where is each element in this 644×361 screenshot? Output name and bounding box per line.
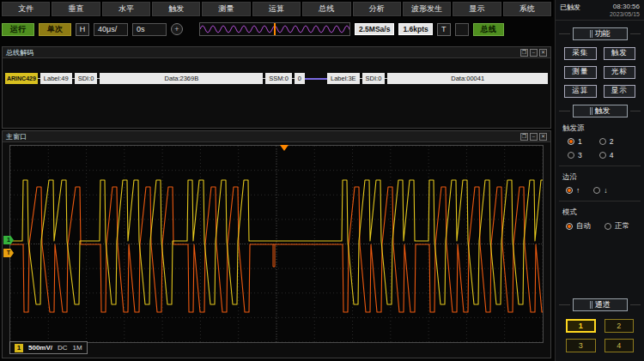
menu-item-5[interactable]: 测量 (202, 2, 250, 16)
menu-item-9[interactable]: 波形发生 (403, 2, 451, 16)
menu-bar: 文件垂直水平触发测量运算总线分析波形发生显示系统 (0, 0, 553, 17)
waveform-traces (10, 146, 543, 342)
radio-icon (593, 187, 600, 194)
radio-label: ↑ (576, 186, 580, 195)
function-button-3[interactable]: 测量 (564, 66, 597, 79)
menu-item-10[interactable]: 显示 (453, 2, 501, 16)
radio-icon (568, 152, 574, 159)
radio-label: 1 (578, 137, 582, 146)
bus-decode-row: ARINC429Label:49SDI:0Data:2369BSSM:00Lab… (5, 72, 548, 85)
menu-item-11[interactable]: 系统 (503, 2, 551, 16)
radio-label: 正常 (615, 221, 629, 232)
bus-field: Data:2369B (100, 73, 263, 84)
trigger-mode-label: 模式 (562, 208, 644, 218)
menu-item-8[interactable]: 分析 (353, 2, 401, 16)
horizontal-offset-field[interactable]: 0s (132, 23, 167, 36)
channel-scale: 500mV/ (28, 344, 52, 352)
trigger-source-radio-4[interactable]: 4 (599, 151, 614, 159)
function-button-6[interactable]: 显示 (604, 85, 636, 98)
channel-impedance: 1M (73, 344, 82, 352)
channel-section: 通道 1234 (556, 292, 644, 352)
function-button-5[interactable]: 运算 (564, 85, 597, 98)
main-waveform-panel: 主窗口 ❐–✕ 1 T 1 500mV/ DC 1M (2, 130, 551, 358)
radio-label: 自动 (576, 221, 591, 232)
close-icon[interactable]: ✕ (539, 133, 547, 141)
trigger-edge-radio-2[interactable]: ↓ (593, 186, 607, 195)
run-button[interactable]: 运行 (2, 23, 34, 36)
sidebar: 已触发 08:30:56 2023/05/15 功能 采集触发测量光标运算显示 … (555, 0, 644, 361)
horizontal-knob-icon[interactable]: + (171, 23, 183, 35)
bus-panel-titlebar: 总线解码 ❐–✕ (3, 47, 550, 58)
close-icon[interactable]: ✕ (539, 49, 547, 57)
trigger-source-label: 触发源 (562, 123, 644, 134)
trigger-edge-radio-1[interactable]: ↑ (566, 186, 580, 195)
radio-icon (599, 152, 606, 159)
horizontal-button[interactable]: H (76, 23, 89, 36)
clock: 08:30:56 2023/05/15 (610, 3, 640, 18)
function-button-2[interactable]: 触发 (604, 47, 636, 60)
function-button-4[interactable]: 光标 (604, 66, 636, 79)
main-panel-title: 主窗口 (6, 132, 27, 141)
restore-icon[interactable]: ❐ (520, 133, 528, 141)
single-button[interactable]: 单次 (39, 23, 71, 36)
channel-button-4[interactable]: 4 (605, 339, 635, 352)
minimize-icon[interactable]: – (530, 49, 538, 57)
bus-field: Data:00041 (387, 73, 548, 84)
clock-date: 2023/05/15 (610, 11, 640, 18)
bus-toolbar-button[interactable]: 总线 (473, 23, 504, 36)
trigger-mode-radio-2[interactable]: 正常 (605, 221, 629, 232)
bus-decode-panel: 总线解码 ❐–✕ ARINC429Label:49SDI:0Data:2369B… (2, 46, 551, 129)
bus-field: SDI:0 (362, 73, 386, 84)
trigger-edge-radios: ↑↓ (566, 186, 644, 195)
clock-time: 08:30:56 (610, 3, 640, 11)
trigger-mode-radio-1[interactable]: 自动 (566, 221, 591, 232)
waveform-plot-area[interactable] (9, 145, 544, 343)
channel-coupling: DC (58, 344, 68, 352)
menu-item-4[interactable]: 触发 (152, 2, 200, 16)
radio-icon (566, 223, 573, 230)
bus-idle-segment (305, 78, 327, 80)
preview-waveform-icon (200, 23, 349, 35)
bus-field: SSM:0 (265, 73, 292, 84)
bus-field: SDI:0 (75, 73, 98, 84)
radio-label: 2 (610, 137, 614, 146)
bus-protocol-tag: ARINC429 (5, 73, 38, 84)
timebase-field[interactable]: 40μs/ (94, 23, 128, 36)
channel-badge: 1 (15, 344, 23, 352)
channel-button-3[interactable]: 3 (566, 339, 596, 352)
channel-section-header[interactable]: 通道 (573, 298, 628, 311)
bus-frame-2: Label:3ESDI:0Data:00041 (327, 73, 548, 84)
trigger-source-radio-1[interactable]: 1 (568, 137, 582, 146)
memory-depth-readout: 1.6kpts (398, 23, 432, 35)
trigger-position-marker-icon[interactable] (280, 145, 289, 151)
oscilloscope-app: 文件垂直水平触发测量运算总线分析波形发生显示系统 运行 单次 H 40μs/ 0… (0, 0, 644, 361)
function-button-1[interactable]: 采集 (564, 47, 597, 60)
sample-rate-readout: 2.5MSa/s (355, 23, 394, 35)
trigger-source-radio-3[interactable]: 3 (568, 151, 582, 159)
menu-item-2[interactable]: 垂直 (52, 2, 100, 16)
channel-info-box[interactable]: 1 500mV/ DC 1M (9, 341, 88, 354)
bus-window-controls: ❐–✕ (520, 49, 547, 57)
menu-item-3[interactable]: 水平 (102, 2, 150, 16)
bus-panel-title: 总线解码 (6, 48, 33, 57)
restore-icon[interactable]: ❐ (520, 49, 528, 57)
trigger-level-field[interactable] (455, 23, 469, 36)
bus-field: 0 (295, 73, 305, 84)
trigger-source-radio-2[interactable]: 2 (599, 137, 614, 146)
trigger-edge-label: 边沿 (562, 172, 644, 183)
channel-buttons: 1234 (566, 319, 634, 352)
trigger-section-header[interactable]: 触发 (573, 105, 628, 117)
waveform-preview-strip[interactable] (199, 22, 350, 36)
channel-button-1[interactable]: 1 (566, 319, 596, 333)
main-panel-titlebar: 主窗口 ❐–✕ (3, 131, 550, 142)
function-section-header[interactable]: 功能 (573, 27, 628, 40)
bus-field: Label:49 (40, 73, 72, 84)
channel-button-2[interactable]: 2 (605, 319, 635, 333)
menu-item-1[interactable]: 文件 (2, 2, 50, 16)
menu-item-6[interactable]: 运算 (252, 2, 301, 16)
main-window-controls: ❐–✕ (520, 133, 547, 141)
minimize-icon[interactable]: – (530, 133, 538, 141)
trigger-t-button[interactable]: T (437, 23, 451, 36)
menu-item-7[interactable]: 总线 (302, 2, 350, 16)
function-buttons: 采集触发测量光标运算显示 (564, 47, 635, 98)
